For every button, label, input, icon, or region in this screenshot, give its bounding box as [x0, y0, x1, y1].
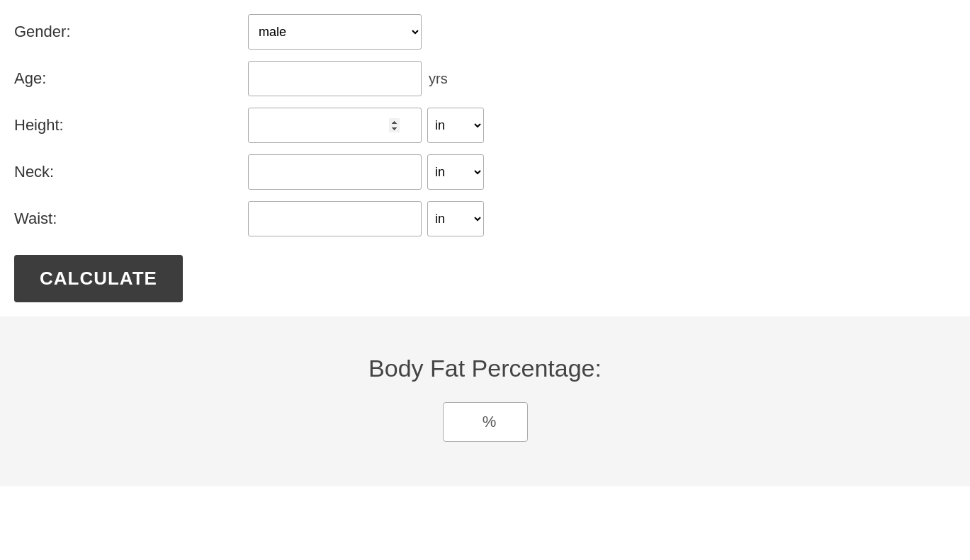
- calculate-button[interactable]: CALCULATE: [14, 255, 183, 302]
- neck-label: Neck:: [14, 163, 248, 181]
- result-title: Body Fat Percentage:: [368, 355, 602, 382]
- result-value: [474, 413, 483, 430]
- height-row: Height: in cm: [14, 108, 956, 143]
- height-input-wrapper: [248, 108, 422, 143]
- neck-row: Neck: in cm: [14, 154, 956, 190]
- result-value-box: %: [443, 402, 528, 442]
- height-label: Height:: [14, 116, 248, 135]
- result-container: Body Fat Percentage: %: [0, 316, 970, 486]
- waist-unit-select[interactable]: in cm: [427, 201, 484, 236]
- calculate-button-row: CALCULATE: [14, 248, 956, 302]
- gender-row: Gender: male female: [14, 14, 956, 50]
- age-input[interactable]: [248, 61, 422, 96]
- age-label: Age:: [14, 69, 248, 88]
- age-row: Age: yrs: [14, 61, 956, 96]
- neck-unit-select[interactable]: in cm: [427, 154, 484, 190]
- age-suffix: yrs: [429, 71, 448, 87]
- height-unit-select[interactable]: in cm: [427, 108, 484, 143]
- neck-input[interactable]: [248, 154, 422, 190]
- form-container: Gender: male female Age: yrs Height: in …: [0, 0, 970, 316]
- result-suffix: %: [483, 413, 497, 430]
- gender-select[interactable]: male female: [248, 14, 422, 50]
- gender-label: Gender:: [14, 23, 248, 41]
- waist-row: Waist: in cm: [14, 201, 956, 236]
- waist-input[interactable]: [248, 201, 422, 236]
- waist-label: Waist:: [14, 210, 248, 228]
- height-input[interactable]: [248, 108, 422, 143]
